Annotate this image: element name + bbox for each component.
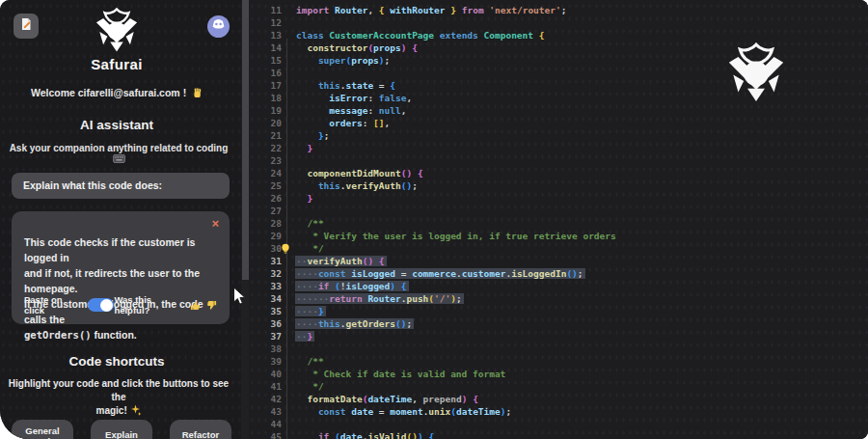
refactor-button[interactable]: Refactor (170, 420, 231, 439)
close-icon[interactable]: × (211, 218, 219, 229)
brand-title: Safurai (0, 56, 233, 72)
code-line[interactable]: 17 this.state = { (249, 79, 868, 92)
response-line: function. (92, 329, 137, 341)
code-line[interactable]: 25 this.verifyAuth(); (249, 179, 868, 192)
sidebar-panel: Safurai Welcome cifarelli@safurai.com ! … (0, 0, 241, 439)
ai-assistant-subtitle: Ask your companion anything related to c… (4, 143, 233, 164)
line-number: 13 (249, 30, 282, 41)
magic-wand-icon (130, 405, 142, 416)
line-number: 24 (249, 168, 282, 178)
code-line[interactable]: 24 componentDidMount() { (249, 167, 868, 179)
code-line[interactable]: 42 formatDate(dateTime, prepend) { (249, 393, 868, 405)
helpful-label: Was this helpful? (114, 294, 184, 316)
paste-on-click-label: Paste on click (24, 294, 82, 316)
line-number: 15 (249, 55, 282, 66)
code-line[interactable]: 38 (249, 343, 868, 355)
editor-panel: 11import Router, { withRouter } from 'ne… (249, 0, 868, 439)
line-number: 17 (249, 80, 282, 91)
sidebar-scrollbar-thumb[interactable] (242, 0, 249, 280)
line-number: 11 (249, 5, 282, 15)
code-line[interactable]: 11import Router, { withRouter } from 'ne… (249, 4, 868, 16)
code-line[interactable]: 43 const date = moment.unix(dateTime); (249, 405, 868, 418)
discord-icon (211, 17, 226, 36)
code-line[interactable]: 40 * Check if date is valid and format (249, 368, 868, 380)
code-line[interactable]: 20 orders: [], (249, 117, 868, 129)
code-line[interactable]: 21 }; (249, 129, 868, 142)
code-line[interactable]: 18 isError: false, (249, 92, 868, 104)
safurai-logo (0, 8, 233, 56)
code-line[interactable]: 16 (249, 67, 868, 79)
code-line[interactable]: 28 /** (249, 217, 868, 230)
response-line: and if not, it redirects the user to the… (24, 267, 200, 294)
line-number: 16 (249, 68, 282, 78)
code-lines: 11import Router, { withRouter } from 'ne… (249, 4, 868, 439)
line-number: 18 (249, 93, 282, 103)
code-line[interactable]: 29 * Verify the user is logged in, if tr… (249, 230, 868, 242)
code-line[interactable]: 33····if (!isLogged) { (249, 280, 868, 292)
thumbs-down-icon[interactable] (206, 300, 217, 311)
code-line[interactable]: 31··verifyAuth() { (249, 255, 868, 267)
line-number: 44 (249, 419, 282, 429)
code-line[interactable]: 34······return Router.push('/'); (249, 292, 868, 305)
code-line[interactable]: 37··} (249, 330, 868, 343)
code-line[interactable]: 36····this.getOrders(); (249, 317, 868, 330)
code-line[interactable]: 41 */ (249, 380, 868, 393)
code-line[interactable]: 35····} (249, 305, 868, 317)
code-line[interactable]: 27 (249, 205, 868, 217)
line-number: 43 (249, 406, 282, 417)
code-shortcuts-subtitle: Highlight your code and click the button… (6, 377, 231, 418)
line-number: 28 (249, 218, 282, 229)
line-number: 14 (249, 42, 282, 53)
toggle-knob (100, 299, 113, 312)
thumbs-up-icon[interactable] (190, 300, 201, 311)
line-number: 19 (249, 105, 282, 116)
code-line[interactable]: 14 constructor(props) { (249, 41, 868, 54)
line-number: 38 (249, 343, 282, 354)
discord-button[interactable] (207, 15, 230, 38)
line-number: 42 (249, 394, 282, 404)
line-number: 30 (249, 243, 282, 254)
response-line: This code checks if the customer is logg… (24, 236, 195, 263)
line-number: 25 (249, 180, 282, 191)
sidebar-scrollbar-track (241, 0, 249, 439)
line-number: 39 (249, 356, 282, 367)
query-input[interactable]: Explain what this code does: (12, 173, 230, 199)
code-line[interactable]: 26 } (249, 192, 868, 205)
code-line[interactable]: 45 if (date.isValid()) { (249, 430, 868, 439)
keyboard-icon (113, 153, 125, 164)
line-number: 37 (249, 331, 282, 342)
general-question-button[interactable]: General question (12, 420, 73, 439)
line-number: 21 (249, 130, 282, 141)
code-line[interactable]: 39 /** (249, 355, 868, 368)
line-number: 29 (249, 231, 282, 241)
line-number: 34 (249, 293, 282, 304)
code-line[interactable]: 32····const isLogged = commerce.customer… (249, 267, 868, 280)
wave-hand-icon (189, 89, 203, 100)
code-line[interactable]: 13class CustomerAccountPage extends Comp… (249, 29, 868, 41)
line-number: 40 (249, 369, 282, 379)
code-line[interactable]: 15 super(props); (249, 54, 868, 67)
welcome-text: Welcome cifarelli@safurai.com ! (0, 87, 233, 100)
response-code-token: getOrders() (24, 329, 92, 341)
code-line[interactable]: 12 (249, 16, 868, 29)
line-number: 26 (249, 193, 282, 204)
safurai-extension-window: Safurai Welcome cifarelli@safurai.com ! … (0, 0, 868, 439)
code-line[interactable]: 23 (249, 154, 868, 167)
line-number: 31 (249, 256, 282, 266)
response-text: This code checks if the customer is logg… (24, 234, 217, 343)
code-line[interactable]: 30 */ (249, 242, 868, 255)
code-line[interactable]: 22 } (249, 142, 868, 154)
code-line[interactable]: 19 message: null, (249, 104, 868, 117)
line-number: 45 (249, 431, 282, 439)
response-card: × This code checks if the customer is lo… (12, 211, 230, 324)
line-number: 32 (249, 268, 282, 279)
line-number: 27 (249, 206, 282, 216)
line-number: 33 (249, 281, 282, 291)
line-number: 20 (249, 118, 282, 128)
line-number: 22 (249, 143, 282, 153)
explain-button[interactable]: Explain (91, 420, 152, 439)
paste-on-click-toggle[interactable] (88, 298, 114, 312)
code-shortcuts-heading: Code shortcuts (0, 354, 233, 369)
code-line[interactable]: 44 (249, 418, 868, 430)
line-number: 12 (249, 17, 282, 28)
